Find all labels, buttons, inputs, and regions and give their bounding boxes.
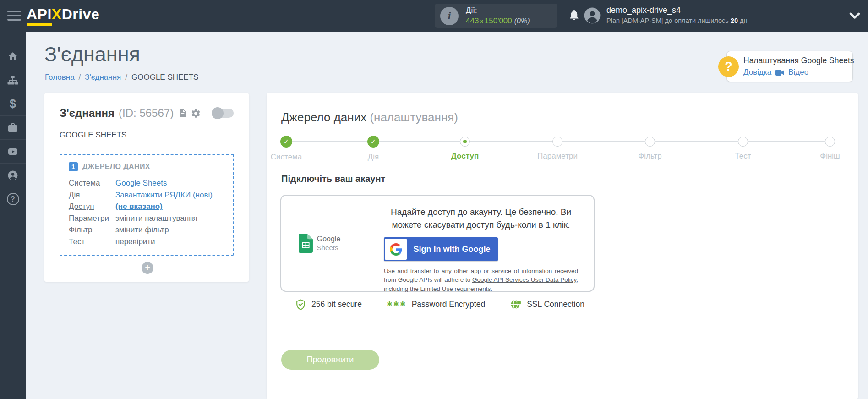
panel-subtitle: (налаштування) [370, 110, 458, 124]
document-icon[interactable] [178, 108, 187, 118]
data-source-box-title: ДЖЕРЕЛО ДАНИХ [82, 163, 150, 171]
google-g-icon [385, 239, 407, 260]
row-parameters: Параметри змінити налаштування [69, 213, 224, 224]
sidebar-item-account[interactable] [0, 164, 26, 187]
logo-x: X [52, 6, 62, 22]
page-title: З'єднання [44, 43, 140, 66]
google-sheets-icon [299, 234, 313, 253]
access-value-link[interactable]: (не вказано) [115, 201, 224, 213]
user-avatar[interactable] [584, 7, 601, 26]
google-connect-card: Google Sheets Надайте доступ до акаунту.… [280, 195, 595, 292]
app-screen: APIXDrive i Дії: 443з150'000(0%) demo_ap… [0, 0, 868, 399]
info-icon: i [440, 7, 459, 25]
sidebar-spacer [0, 32, 26, 44]
connection-title: З'єднання [60, 107, 115, 120]
home-icon [7, 51, 18, 62]
step-todo-icon [825, 137, 835, 147]
step-access[interactable]: Доступ [433, 136, 497, 161]
step-done-icon: ✓ [280, 136, 292, 148]
dollar-icon: $ [10, 97, 16, 110]
connection-id: (ID: 56567) [119, 107, 174, 120]
sidebar-item-home[interactable] [0, 44, 26, 68]
toggle-knob [212, 107, 224, 119]
username: demo_apix-drive_s4 [606, 5, 748, 15]
action-value-link[interactable]: Завантажити РЯДКИ (нові) [115, 189, 224, 201]
days-left: 20 [731, 17, 738, 24]
ssl-globe-lock-icon [510, 298, 522, 310]
sitemap-icon [7, 75, 18, 86]
step-parameters[interactable]: Параметри [525, 136, 590, 161]
help-link[interactable]: Довідка [743, 68, 771, 77]
step-done-icon: ✓ [367, 136, 379, 148]
row-access: Доступ (не вказано) [69, 201, 224, 213]
video-icon [775, 70, 784, 76]
badge-password-encrypted: ✱✱✱ Password Encrypted [387, 300, 485, 309]
user-info[interactable]: demo_apix-drive_s4 Plan |ADM-AP-SM| до о… [606, 5, 748, 24]
sidebar-item-services[interactable] [0, 116, 26, 140]
badge-256-bit: 256 bit secure [295, 299, 362, 310]
test-value[interactable]: перевірити [115, 236, 224, 248]
row-action: Дія Завантажити РЯДКИ (нові) [69, 189, 224, 201]
logo-api: API [27, 6, 52, 26]
video-link[interactable]: Відео [788, 68, 808, 77]
briefcase-icon [7, 122, 18, 133]
asterisks-icon: ✱✱✱ [387, 300, 407, 308]
user-data-policy-link[interactable]: Google API Services User Data Policy [472, 276, 576, 283]
breadcrumb-connections-link[interactable]: З'єднання [85, 73, 121, 82]
shield-check-icon [295, 299, 306, 310]
connection-card: З'єднання (ID: 56567) GOOGLE SHEETS 1 ДЖ… [44, 93, 249, 282]
parameters-value[interactable]: змінити налаштування [115, 213, 224, 224]
source-settings-panel: Джерело даних (налаштування) ✓ Система ✓… [267, 93, 858, 399]
breadcrumb-home-link[interactable]: Головна [45, 73, 75, 82]
row-system: Система Google Sheets [69, 177, 224, 189]
badge-ssl: SSL Connection [510, 298, 584, 310]
google-sheets-label-top: Google [317, 235, 341, 244]
sidebar-item-payments[interactable]: $ [0, 92, 26, 116]
step-action[interactable]: ✓ Дія [341, 136, 405, 162]
panel-title: Джерело даних (налаштування) [281, 110, 458, 125]
step-filter[interactable]: Фільтр [618, 136, 682, 161]
actions-label: Дії: [466, 5, 530, 16]
system-value-link[interactable]: Google Sheets [115, 177, 224, 189]
logo-drive: Drive [62, 6, 100, 22]
topbar: APIXDrive i Дії: 443з150'000(0%) demo_ap… [0, 0, 868, 32]
sidebar-item-connections[interactable] [0, 68, 26, 92]
sidebar: $ ? [0, 32, 26, 399]
help-widget: ? Налаштування Google Sheets Довідка Від… [726, 51, 853, 82]
row-test: Тест перевірити [69, 236, 224, 248]
step-finish[interactable]: Фініш [798, 136, 862, 161]
data-source-box[interactable]: 1 ДЖЕРЕЛО ДАНИХ Система Google Sheets Ді… [60, 154, 234, 256]
continue-button[interactable]: Продовжити [281, 350, 379, 370]
help-question-icon: ? [718, 56, 739, 77]
connect-account-heading: Підключіть ваш акаунт [281, 174, 385, 184]
filter-value[interactable]: змінити фільтр [115, 224, 224, 236]
connection-toggle[interactable] [213, 109, 234, 118]
step-todo-icon [738, 137, 748, 147]
notifications-bell-icon[interactable] [568, 8, 580, 23]
chevron-down-icon[interactable] [849, 12, 860, 21]
google-sheets-label-bottom: Sheets [317, 244, 341, 252]
breadcrumb-current: GOOGLE SHEETS [131, 73, 198, 82]
sign-in-label: Sign in with Google [407, 245, 497, 254]
connection-service-name: GOOGLE SHEETS [60, 131, 234, 146]
step-system[interactable]: ✓ Система [254, 136, 318, 162]
google-fine-print: Use and transfer to any other app or ser… [384, 267, 578, 293]
gear-icon[interactable] [191, 108, 201, 119]
add-step-button[interactable]: + [142, 262, 153, 274]
help-widget-title: Налаштування Google Sheets [743, 56, 848, 66]
step-current-icon [460, 137, 470, 147]
hamburger-menu-icon[interactable] [7, 11, 21, 23]
sidebar-item-videos[interactable] [0, 140, 26, 164]
actions-counter-box[interactable]: i Дії: 443з150'000(0%) [435, 4, 557, 28]
plan-info: Plan |ADM-AP-SM| до оплати лишилось 20 д… [606, 17, 748, 24]
sidebar-item-help[interactable]: ? [0, 187, 26, 211]
breadcrumb: Головна/З'єднання/GOOGLE SHEETS [45, 73, 198, 82]
question-mark-icon: ? [7, 193, 19, 205]
security-badges: 256 bit secure ✱✱✱ Password Encrypted SS… [295, 298, 584, 310]
row-filter: Фільтр змінити фільтр [69, 224, 224, 236]
sign-in-with-google-button[interactable]: Sign in with Google [384, 237, 498, 261]
youtube-play-icon [7, 146, 18, 157]
step-test[interactable]: Тест [711, 136, 775, 161]
apixdrive-logo[interactable]: APIXDrive [27, 6, 99, 23]
access-message: Надайте доступ до акаунту. Це безпечно. … [384, 206, 578, 231]
